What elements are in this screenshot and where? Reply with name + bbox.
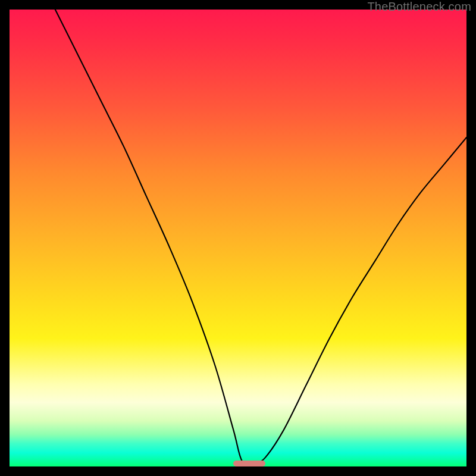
optimal-range-marker (233, 461, 265, 466)
bottleneck-curve (10, 10, 466, 466)
curve-path (55, 10, 466, 465)
chart-frame: TheBottleneck.com (0, 0, 476, 476)
plot-area (10, 10, 466, 466)
watermark-text: TheBottleneck.com (367, 0, 471, 14)
